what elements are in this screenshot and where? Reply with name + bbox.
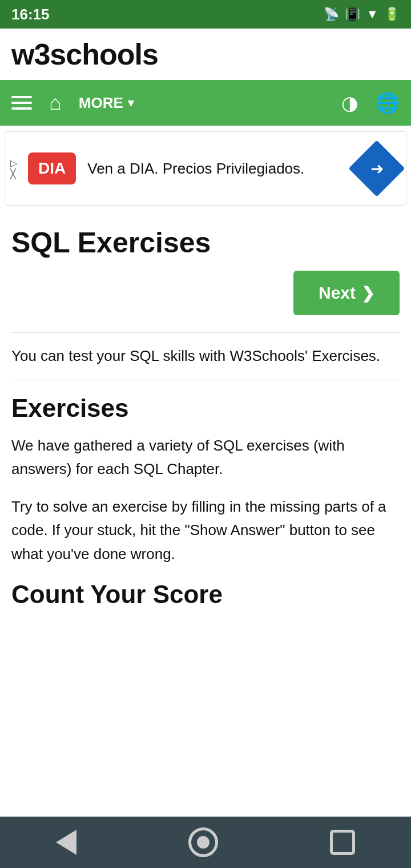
intro-text: You can test your SQL skills with W3Scho… xyxy=(11,344,400,368)
ad-banner: ▷╳ DIA Ven a DIA. Precios Privilegiados. xyxy=(5,131,406,206)
language-button[interactable]: 🌐 xyxy=(376,91,400,114)
square-icon xyxy=(330,830,355,855)
bottom-navigation xyxy=(0,817,411,868)
time-display: 16:15 xyxy=(11,6,50,23)
ad-play-icon: ▷╳ xyxy=(5,132,22,205)
ad-arrow-icon xyxy=(349,140,405,197)
hamburger-menu-button[interactable] xyxy=(11,96,32,110)
status-bar: 16:15 📡 📳 ▼ 🔋 xyxy=(0,0,411,29)
back-triangle-icon xyxy=(56,830,76,855)
ad-text: Ven a DIA. Precios Privilegiados. xyxy=(87,158,345,179)
site-logo[interactable]: w3schools xyxy=(11,37,158,71)
main-content: SQL Exercises Next ❯ You can test your S… xyxy=(0,211,411,614)
more-arrow-icon: ▾ xyxy=(128,96,134,110)
divider-2 xyxy=(11,380,400,380)
count-score-title: Count Your Score xyxy=(11,580,400,609)
cast-icon: 📡 xyxy=(324,7,339,22)
theme-toggle-button[interactable]: ◑ xyxy=(341,91,358,114)
next-chevron-icon: ❯ xyxy=(361,284,374,303)
back-button[interactable] xyxy=(56,830,76,855)
home-button[interactable]: ⌂ xyxy=(49,91,62,115)
next-button-row: Next ❯ xyxy=(11,271,400,321)
home-circle-button[interactable] xyxy=(188,827,218,857)
page-title: SQL Exercises xyxy=(11,226,400,259)
next-button[interactable]: Next ❯ xyxy=(293,271,400,315)
battery-icon: 🔋 xyxy=(384,7,400,22)
vibrate-icon: 📳 xyxy=(345,7,360,22)
exercises-text-1: We have gathered a variety of SQL exerci… xyxy=(11,434,400,481)
nav-bar: ⌂ MORE ▾ ◑ 🌐 xyxy=(0,80,411,126)
home-circle-icon xyxy=(188,827,218,857)
logo-bar: w3schools xyxy=(0,29,411,80)
status-icons: 📡 📳 ▼ 🔋 xyxy=(324,7,400,22)
ad-brand-logo: DIA xyxy=(28,152,76,184)
more-menu-button[interactable]: MORE ▾ xyxy=(79,94,134,112)
exercises-section-title: Exercises xyxy=(11,394,400,423)
exercises-text-2: Try to solve an exercise by filling in t… xyxy=(11,495,400,566)
divider-1 xyxy=(11,332,400,333)
wifi-icon: ▼ xyxy=(366,7,378,22)
next-button-label: Next xyxy=(319,283,356,303)
recents-button[interactable] xyxy=(330,830,355,855)
more-label: MORE xyxy=(79,94,123,112)
